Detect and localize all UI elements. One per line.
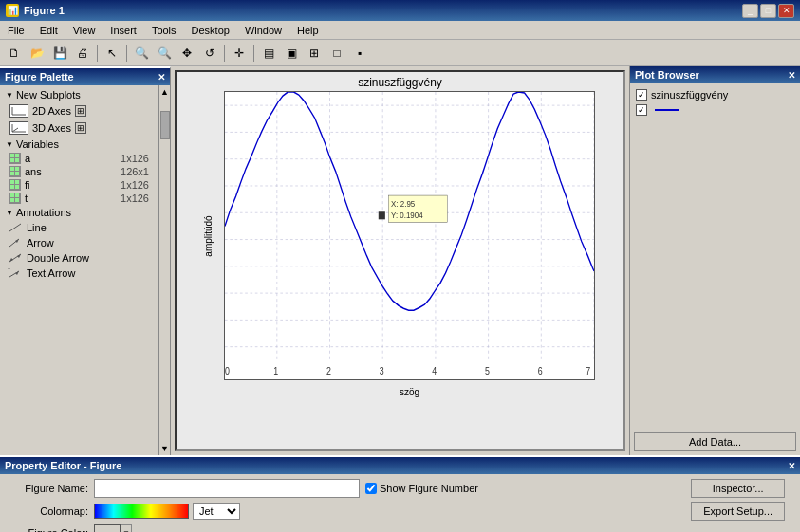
inspector-button[interactable]: Inspector... xyxy=(691,479,785,498)
new-button[interactable]: 🗋 xyxy=(4,43,25,64)
pb-item-szinusz: ✓ szinuszfüggvény xyxy=(634,87,796,102)
show-figure-number-container: Show Figure Number xyxy=(365,483,478,494)
annotation-double-arrow[interactable]: Double Arrow xyxy=(2,250,157,266)
svg-line-5 xyxy=(9,224,21,231)
new-subplots-arrow: ▼ xyxy=(6,91,13,100)
export-setup-button[interactable]: Export Setup... xyxy=(691,502,785,521)
menu-edit[interactable]: Edit xyxy=(36,24,62,37)
menu-desktop[interactable]: Desktop xyxy=(188,24,233,37)
menu-view[interactable]: View xyxy=(69,24,100,37)
svg-marker-7 xyxy=(15,239,19,243)
data-cursor-point xyxy=(379,211,385,219)
var-name-ans: ans xyxy=(25,166,117,177)
maximize-button[interactable]: □ xyxy=(760,4,776,18)
var-size-a: 1x126 xyxy=(121,153,149,164)
annotation-arrow-label: Arrow xyxy=(27,237,54,248)
rotate[interactable]: ↺ xyxy=(199,43,220,64)
close-button[interactable]: ✕ xyxy=(778,4,794,18)
pb-checkbox-szinusz[interactable]: ✓ xyxy=(636,89,647,101)
menu-tools[interactable]: Tools xyxy=(148,24,180,37)
svg-text:6: 6 xyxy=(538,365,543,376)
figure-palette-panel: Figure Palette ✕ ▼ New Subplots 2D Axes … xyxy=(0,66,171,455)
plot-container: szinuszfüggvény amplitúdó szög xyxy=(175,70,625,451)
figure-color-label: Figure Color: xyxy=(8,527,88,532)
annotations-label: Annotations xyxy=(16,207,71,218)
palette-2d-axes[interactable]: 2D Axes ⊞ xyxy=(2,102,157,119)
pb-checkbox-line[interactable]: ✓ xyxy=(636,104,647,116)
var-icon-a xyxy=(9,153,21,164)
open-button[interactable]: 📂 xyxy=(27,43,47,64)
title-bar: 📊 Figure 1 _ □ ✕ xyxy=(0,0,800,21)
plot-svg: 0 1 2 3 4 5 6 7 1 0.8 0.6 0.4 0.2 0 -0.2 xyxy=(224,91,595,380)
svg-text:T: T xyxy=(8,267,10,273)
annotation-line-label: Line xyxy=(27,222,47,233)
menu-file[interactable]: File xyxy=(4,24,28,37)
plot-tools[interactable]: ⊞ xyxy=(304,43,325,64)
palette-scrollbar[interactable]: ▲ ▼ xyxy=(158,85,170,455)
print-button[interactable]: 🖨 xyxy=(72,43,93,64)
show-tools[interactable]: ▪ xyxy=(349,43,370,64)
colormap-bar xyxy=(94,504,189,519)
2d-axes-add[interactable]: ⊞ xyxy=(75,105,86,117)
svg-marker-9 xyxy=(17,254,21,258)
menu-insert[interactable]: Insert xyxy=(106,24,140,37)
2d-axes-label: 2D Axes xyxy=(32,105,71,117)
svg-text:3: 3 xyxy=(380,365,384,376)
property-editor-close[interactable]: ✕ xyxy=(788,461,795,471)
figure-palette-close[interactable]: ✕ xyxy=(158,72,165,83)
figure-name-input[interactable] xyxy=(94,479,360,498)
text-arrow-icon: T xyxy=(8,267,23,279)
annotation-text-arrow[interactable]: T Text Arrow xyxy=(2,266,157,281)
var-icon-ans xyxy=(9,166,21,177)
figure-color-dropdown[interactable]: ▼ xyxy=(121,524,132,532)
plot-browser-content: ✓ szinuszfüggvény ✓ xyxy=(630,83,800,260)
3d-axes-add[interactable]: ⊞ xyxy=(75,122,86,134)
window-controls: _ □ ✕ xyxy=(742,4,794,18)
section-new-subplots[interactable]: ▼ New Subplots xyxy=(2,87,157,102)
svg-text:5: 5 xyxy=(485,365,490,376)
svg-marker-10 xyxy=(9,258,13,262)
sep3 xyxy=(224,45,225,62)
section-variables[interactable]: ▼ Variables xyxy=(2,137,157,152)
insert-colorbar[interactable]: ▤ xyxy=(258,43,279,64)
minimize-button[interactable]: _ xyxy=(742,4,758,18)
annotation-arrow[interactable]: Arrow xyxy=(2,235,157,250)
line-icon xyxy=(8,222,23,233)
colormap-select[interactable]: Jet HSV Hot Cool Gray xyxy=(193,503,240,520)
var-row-fi: fi 1x126 xyxy=(2,178,157,192)
pb-item-line: ✓ xyxy=(634,102,796,118)
menu-window[interactable]: Window xyxy=(241,24,286,37)
palette-3d-axes[interactable]: 3D Axes ⊞ xyxy=(2,119,157,137)
annotations-arrow: ▼ xyxy=(6,209,13,217)
pan[interactable]: ✥ xyxy=(177,43,197,64)
svg-line-4 xyxy=(12,128,18,132)
y-axis-label: amplitúdó xyxy=(203,215,214,256)
save-button[interactable]: 💾 xyxy=(49,43,70,64)
figure-color-row: Figure Color: ▼ xyxy=(8,524,683,532)
menu-help[interactable]: Help xyxy=(293,24,323,37)
scrollbar-thumb[interactable] xyxy=(160,111,170,139)
hide-tools[interactable]: □ xyxy=(326,43,347,64)
plot-browser-close[interactable]: ✕ xyxy=(788,70,795,81)
zoom-out[interactable]: 🔍 xyxy=(154,43,175,64)
plot-browser-panel: Plot Browser ✕ ✓ szinuszfüggvény ✓ Add D… xyxy=(629,66,800,455)
zoom-in[interactable]: 🔍 xyxy=(131,43,152,64)
app-icon: 📊 xyxy=(6,4,19,17)
show-figure-number-checkbox[interactable] xyxy=(365,483,377,494)
section-annotations[interactable]: ▼ Annotations xyxy=(2,205,157,220)
property-editor-title: Property Editor - Figure xyxy=(5,460,121,471)
insert-legend[interactable]: ▣ xyxy=(281,43,302,64)
3d-axes-icon xyxy=(9,121,28,135)
var-icon-t xyxy=(9,193,21,204)
plot-browser-title: Plot Browser xyxy=(635,69,699,81)
data-cursor[interactable]: ✛ xyxy=(229,43,250,64)
pb-line-preview xyxy=(655,109,679,111)
figure-color-swatch xyxy=(94,524,121,532)
new-subplots-label: New Subplots xyxy=(16,89,81,101)
annotation-double-arrow-label: Double Arrow xyxy=(27,252,89,264)
annotation-line[interactable]: Line xyxy=(2,220,157,235)
svg-marker-12 xyxy=(15,271,19,275)
menu-bar: File Edit View Insert Tools Desktop Wind… xyxy=(0,21,800,40)
add-data-button[interactable]: Add Data... xyxy=(634,432,796,451)
arrow-tool[interactable]: ↖ xyxy=(102,43,122,64)
